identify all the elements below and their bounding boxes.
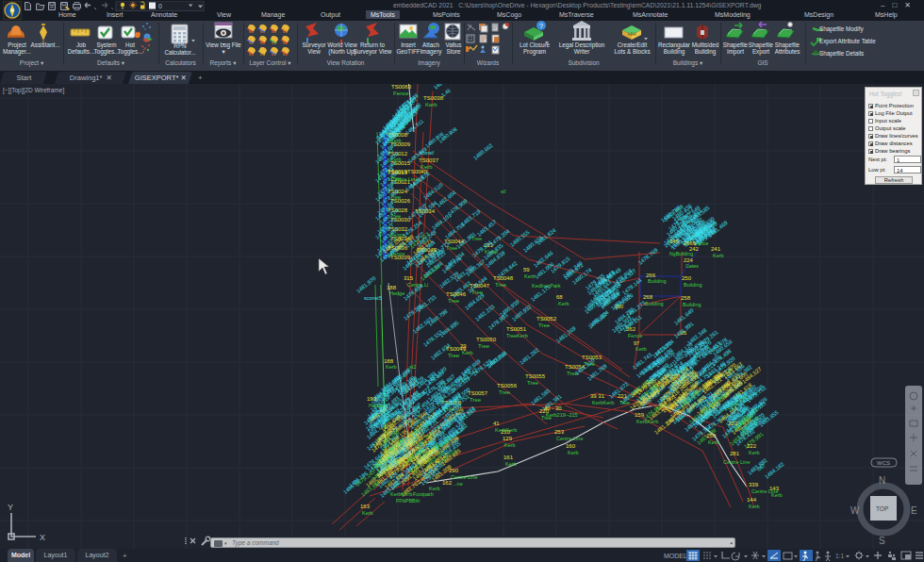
svg-text:st2: st2 (409, 364, 416, 370)
svg-text:193: 193 (367, 396, 377, 402)
svg-text:29: 29 (460, 343, 467, 349)
svg-text:Kerb: Kerb (771, 492, 783, 498)
svg-text:TS0046: TS0046 (446, 291, 467, 297)
svg-text:FFbPBBth: FFbPBBth (396, 498, 420, 504)
svg-text:339: 339 (749, 482, 759, 488)
svg-text:Fence: Fence (628, 333, 642, 339)
svg-text:...ne: ...ne (453, 481, 463, 487)
svg-text:Hedge: Hedge (389, 290, 404, 296)
svg-text:Centre Line: Centre Line (723, 459, 750, 465)
svg-text:Kerb: Kerb (462, 350, 473, 355)
svg-text:Tree: Tree (499, 389, 511, 395)
svg-text:Building: Building (648, 278, 667, 284)
svg-text:Tree: Tree (538, 322, 551, 328)
svg-text:sconst5: sconst5 (364, 295, 382, 301)
svg-text:Tree: Tree (495, 282, 507, 288)
svg-text:E: E (911, 505, 917, 516)
svg-text:222: 222 (747, 443, 757, 449)
svg-text:TOP: TOP (876, 505, 888, 512)
svg-text:TS0050: TS0050 (476, 337, 497, 342)
svg-text:221: 221 (618, 393, 628, 399)
svg-text:Kerb: Kerb (568, 450, 579, 455)
svg-text:41: 41 (493, 421, 500, 426)
svg-text:Tree: Tree (448, 298, 460, 304)
svg-text:Kerb: Kerb (425, 102, 437, 107)
svg-text:TreeKerb: TreeKerb (506, 333, 528, 339)
svg-text:Building: Building (684, 282, 702, 288)
svg-text:Footpath: Footpath (413, 491, 434, 497)
svg-text:Kerb: Kerb (362, 510, 373, 516)
svg-text:TS0038: TS0038 (423, 95, 444, 101)
svg-text:Kerb: Kerb (505, 461, 517, 467)
svg-text:KerbKerb: KerbKerb (390, 491, 412, 497)
svg-text:Kerb: Kerb (635, 346, 647, 352)
svg-text:NgBuilding: NgBuilding (669, 251, 693, 256)
svg-text:Tree: Tree (471, 289, 484, 295)
svg-text:Tree: Tree (448, 353, 460, 358)
svg-text:250: 250 (682, 275, 692, 281)
svg-text:TS0047: TS0047 (470, 283, 490, 289)
svg-text:129: 129 (503, 436, 513, 441)
svg-text:39 31: 39 31 (590, 393, 605, 399)
svg-text:HH: HH (628, 31, 636, 37)
svg-text:59: 59 (523, 267, 530, 273)
svg-text:210: 210 (501, 429, 511, 435)
svg-text:Kerb: Kerb (429, 486, 440, 491)
svg-text:0: 0 (158, 3, 162, 9)
svg-text:150: 150 (706, 433, 717, 438)
svg-text:Centre Line: Centre Line (451, 474, 477, 480)
svg-text:Kerb: Kerb (504, 442, 516, 448)
svg-text:TS0063: TS0063 (391, 84, 412, 90)
svg-text:268: 268 (643, 294, 653, 300)
svg-text:MODEL: MODEL (664, 553, 687, 559)
svg-text:Hedge: Hedge (369, 403, 384, 408)
svg-text:Kerb: Kerb (708, 439, 719, 445)
svg-text:TS0019: TS0019 (388, 169, 408, 174)
svg-text:Fence: Fence (695, 240, 709, 246)
svg-text:68: 68 (556, 294, 563, 300)
svg-text:220: 220 (539, 408, 550, 414)
svg-text:253: 253 (554, 429, 565, 435)
svg-text:Kerb: Kerb (749, 450, 760, 455)
svg-text:262: 262 (626, 326, 636, 332)
svg-text:163: 163 (360, 504, 371, 509)
svg-text:Fence: Fence (393, 91, 409, 96)
svg-text:345: 345 (669, 239, 679, 244)
svg-text:Building: Building (683, 302, 701, 307)
svg-text:TS0056: TS0056 (497, 383, 518, 388)
svg-text:160: 160 (566, 443, 576, 449)
svg-text:?: ? (539, 23, 543, 29)
svg-text:Building: Building (645, 301, 664, 306)
svg-text:S: S (879, 536, 885, 546)
svg-text:TS0052: TS0052 (536, 316, 557, 322)
svg-text:Kerb: Kerb (713, 253, 724, 258)
svg-text:TS0048: TS0048 (493, 275, 514, 281)
svg-text:Tree: Tree (619, 400, 630, 405)
svg-text:223: 223 (728, 421, 738, 426)
svg-text:Tree: Tree (527, 380, 539, 386)
svg-text:Kerb: Kerb (386, 364, 397, 370)
svg-text:162: 162 (442, 480, 453, 486)
svg-text:Tree: Tree (478, 343, 490, 349)
svg-text:290: 290 (449, 468, 459, 473)
svg-text:sconst!: sconst! (419, 150, 434, 156)
svg-text:Gates: Gates (685, 263, 699, 269)
svg-text:TS0051: TS0051 (506, 326, 527, 332)
svg-text:TS0037: TS0037 (419, 157, 439, 163)
svg-text:KerbKerb: KerbKerb (592, 400, 614, 405)
svg-text:161: 161 (503, 455, 514, 460)
svg-text:315: 315 (404, 275, 414, 281)
svg-text:WCS: WCS (877, 460, 890, 466)
svg-text:W: W (850, 505, 860, 516)
svg-text:258: 258 (681, 295, 691, 301)
svg-text:Y: Y (8, 503, 13, 512)
svg-text:N: N (879, 475, 885, 486)
svg-text:TS0055: TS0055 (525, 373, 546, 379)
svg-text:Kerb: Kerb (558, 301, 569, 306)
svg-text:Tree: Tree (470, 397, 482, 403)
svg-text:100: 100 (615, 304, 623, 309)
svg-text:st!: st! (501, 189, 506, 194)
svg-text:Tree: Tree (541, 415, 552, 421)
svg-text:Kerb: Kerb (749, 504, 760, 509)
svg-text:241: 241 (711, 246, 721, 252)
